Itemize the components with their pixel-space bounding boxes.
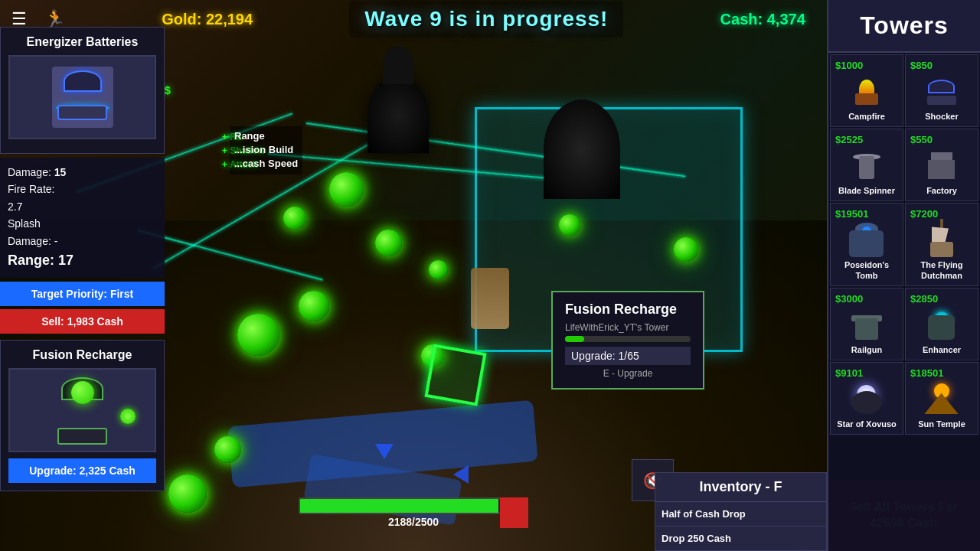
tower-shop-sun-temple[interactable]: $18501 Sun Temple [905,362,978,435]
fusion-recharge-tooltip: Fusion Recharge LifeWithErick_YT's Tower… [551,291,704,390]
tower-shop-campfire[interactable]: $1000 Campfire [830,54,903,127]
star-icon [844,382,890,416]
priority-button[interactable]: Target Priority: First [0,282,165,306]
energizer-base [57,105,107,120]
sell-button[interactable]: Sell: 1,983 Cash [0,309,165,334]
blade-spinner-name: Blade Spinner [838,186,895,196]
fusion-orb [71,381,94,404]
drop-250-button[interactable]: Drop 250 Cash [655,527,826,550]
towers-shop-panel: Towers $1000 Campfire $850 Shocker [827,0,980,551]
stats-panel: Damage: 15 Fire Rate: 2.7 Splash Damage:… [0,158,165,278]
fusion-card: Fusion Recharge Upgrade: 2,325 Cash [0,340,165,491]
tooltip-progress-bar-track [565,336,691,342]
enemy-orb [329,172,364,207]
enemy-orb [375,230,402,256]
health-text: 2188/2500 [299,516,528,528]
left-panel: Energizer Batteries Damage: 15 Fire Rate… [0,27,165,491]
wave-text: Wave 9 is in progress! [364,7,608,31]
wave-banner: Wave 9 is in progress! [349,1,623,37]
tower-shop-blade-spinner[interactable]: $2525 Blade Spinner [830,129,903,201]
tower-bg-top [383,46,413,84]
tower-shop-factory[interactable]: $550 Factory [905,129,978,201]
factory-name: Factory [926,186,957,196]
fusion-base [57,428,107,445]
blade-price: $2525 [835,134,863,145]
fire-rate-stat: Fire Rate: [8,181,157,197]
tooltip-title: Fusion Recharge [565,302,691,318]
tower-shop-dutchman[interactable]: $7200 The Flying Dutchman [905,203,978,285]
campfire-name: Campfire [848,112,885,122]
enemy-orb-large [237,314,279,356]
cash-indicator: $ [165,84,171,96]
shocker-name: Shocker [925,112,958,122]
fusion-accent [120,409,136,424]
energizer-dome [64,70,102,92]
inventory-panel: Inventory - F Half of Cash Drop Drop 250… [655,472,827,551]
tower-range-popup: Range ...ision Build ...cash Speed [230,126,302,174]
poseidon-price: $19501 [835,208,868,220]
tower-shop-poseidon[interactable]: $19501 Poseidon's Tomb [830,203,903,285]
towers-grid: $1000 Campfire $850 Shocker $2525 [828,53,980,436]
inventory-title: Inventory - F [655,473,826,502]
towers-title: Towers [840,11,969,40]
sun-price: $18501 [910,367,943,379]
dutchman-name: The Flying Dutchman [910,260,973,280]
health-bar-damage [500,497,529,514]
tower-shop-shocker[interactable]: $850 Shocker [905,54,978,127]
enemy-orb [674,237,698,262]
fusion-title: Fusion Recharge [8,348,156,362]
fusion-visual [10,370,155,451]
splash-val: Damage: - [8,233,157,249]
tower-bg2 [544,99,620,199]
enemy-orb [283,207,306,230]
tower-shop-railgun[interactable]: $3000 Railgun [830,288,903,360]
enhancer-icon [919,308,965,342]
health-bar-fill [300,499,498,513]
range-stat: Range: 17 [8,249,157,272]
campfire-price: $1000 [835,60,863,71]
sun-temple-icon [919,382,965,416]
fire-rate-val: 2.7 [8,198,157,215]
character [471,268,509,329]
factory-price: $550 [910,134,933,145]
energizer-card: Energizer Batteries [0,27,165,154]
cash-display: Cash: 4,374 [720,11,805,28]
health-bar-container: 2188/2500 [299,497,528,528]
enemy-orb [214,436,241,463]
path-arrow [453,465,469,484]
gold-display: Gold: 22,194 [162,11,253,28]
energizer-visual [52,67,113,128]
star-price: $9101 [835,367,863,379]
tooltip-upgrade-key: E - Upgrade [565,368,691,379]
upgrade-button[interactable]: Upgrade: 2,325 Cash [8,458,156,483]
campfire-icon [844,74,890,109]
railgun-name: Railgun [851,345,882,355]
fusion-preview [8,368,156,452]
dutchman-price: $7200 [910,208,938,220]
enemy-orb [299,291,329,321]
blade-spinner-icon [844,148,890,183]
factory-icon [919,148,965,183]
energizer-title: Energizer Batteries [8,35,156,49]
collectible-box [424,344,486,406]
shocker-price: $850 [910,60,933,71]
tower-bg [368,77,429,153]
path-arrow [375,444,394,459]
tooltip-upgrade-level: Upgrade: 1/65 [565,347,691,365]
shocker-icon [919,74,965,109]
star-name: Star of Xovuso [837,419,897,429]
enemy-orb [429,260,448,279]
drop-half-button[interactable]: Half of Cash Drop [655,502,826,527]
enhancer-name: Enhancer [923,345,961,355]
tower-shop-star-xovuso[interactable]: $9101 Star of Xovuso [830,362,903,435]
splash-stat: Splash [8,215,157,232]
tower-shop-enhancer[interactable]: $2850 Enhancer [905,288,978,360]
towers-header: Towers [828,0,980,53]
damage-stat: Damage: 15 [8,164,157,181]
tooltip-progress-bar-fill [565,336,584,342]
sun-temple-name: Sun Temple [918,419,965,429]
health-bar-track [299,497,528,514]
enhancer-price: $2850 [910,293,938,305]
poseidon-name: Poseidon's Tomb [835,260,898,280]
tooltip-owner: LifeWithErick_YT's Tower [565,322,691,333]
